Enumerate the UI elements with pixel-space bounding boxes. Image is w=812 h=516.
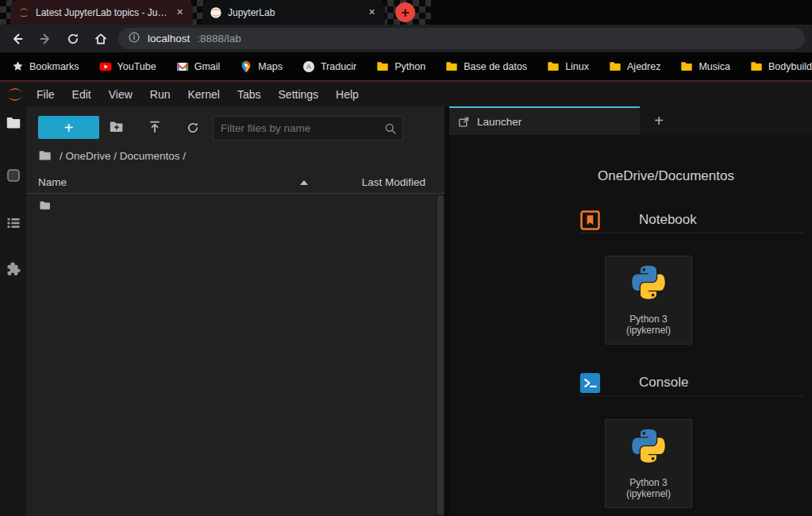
file-browser-panel: + / OneDrive / Documentos / — [26, 106, 444, 516]
url-path: :8888/lab — [197, 33, 241, 44]
sort-ascending-icon[interactable] — [300, 180, 308, 185]
folder-icon — [445, 60, 458, 73]
address-bar[interactable]: localhost:8888/lab — [118, 28, 805, 49]
url-host: localhost — [148, 33, 190, 44]
launcher-section-notebook: Notebook — [579, 207, 804, 233]
menu-help[interactable]: Help — [327, 88, 368, 101]
folder-icon — [376, 60, 389, 73]
left-activity-bar — [0, 106, 26, 516]
menu-settings[interactable]: Settings — [270, 88, 328, 101]
kernel-name: Python 3 — [629, 314, 667, 325]
kernel-subtitle: (ipykernel) — [626, 325, 671, 336]
launcher-card-console-python3[interactable]: Python 3 (ipykernel) — [605, 419, 692, 508]
upload-button[interactable] — [146, 118, 164, 136]
python-logo — [628, 265, 669, 306]
folder-icon — [609, 60, 622, 73]
back-button[interactable] — [7, 29, 28, 49]
new-tab-button[interactable]: + — [395, 2, 415, 22]
tab-title: Latest JupyterLab topics - Jupyter — [36, 7, 168, 18]
running-sessions-icon[interactable] — [5, 167, 22, 184]
bookmark-maps[interactable]: Maps — [240, 60, 283, 73]
browser-toolbar: localhost:8888/lab — [0, 25, 812, 52]
extension-manager-icon[interactable] — [5, 260, 22, 278]
breadcrumb[interactable]: / OneDrive / Documentos / — [38, 148, 186, 163]
menu-tabs[interactable]: Tabs — [229, 88, 270, 101]
bookmark-linux[interactable]: Linux — [547, 60, 589, 73]
bookmark-bodybuilding[interactable]: Bodybuilding — [750, 60, 812, 73]
close-tab-icon[interactable]: ✕ — [366, 7, 378, 17]
section-label: Notebook — [639, 212, 697, 228]
bookmark-gmail[interactable]: Gmail — [176, 60, 221, 73]
browser-window: Latest JupyterLab topics - Jupyter ✕ Jup… — [0, 0, 812, 516]
kernel-subtitle: (ipykernel) — [626, 488, 671, 499]
add-tab-button[interactable]: + — [650, 113, 668, 129]
gmail-icon — [176, 60, 189, 73]
close-tab-icon[interactable]: ✕ — [174, 7, 186, 17]
plus-icon: + — [401, 6, 410, 20]
menu-view[interactable]: View — [100, 88, 141, 101]
launcher-section-console: Console — [579, 370, 804, 396]
jupyter-logo-icon — [5, 85, 25, 104]
section-label: Console — [639, 375, 688, 391]
reload-button[interactable] — [63, 29, 83, 49]
bookmark-youtube[interactable]: YouTube — [99, 60, 156, 73]
menu-file[interactable]: File — [28, 88, 63, 101]
home-button[interactable] — [90, 29, 111, 49]
folder-icon — [750, 60, 763, 73]
bookmark-python[interactable]: Python — [376, 60, 425, 73]
file-browser-tab-icon[interactable] — [5, 114, 22, 132]
jupyterlab-menu-bar: File Edit View Run Kernel Tabs Settings … — [0, 82, 812, 106]
main-dock-panel: Launcher + OneDrive/Documentos Notebook — [449, 106, 812, 516]
plus-icon: + — [654, 112, 664, 129]
python-logo — [628, 429, 669, 470]
search-icon — [384, 122, 397, 138]
star-icon — [12, 60, 24, 72]
bookmark-musica[interactable]: Musica — [680, 60, 730, 73]
translate-icon: A — [302, 60, 315, 73]
column-name[interactable]: Name — [38, 176, 67, 188]
file-row-folder[interactable] — [39, 198, 432, 214]
launcher-card-notebook-python3[interactable]: Python 3 (ipykernel) — [605, 256, 692, 345]
browser-tab-jupyterlab[interactable]: JupyterLab ✕ — [202, 0, 385, 25]
bookmark-base-de-datos[interactable]: Base de datos — [445, 60, 527, 73]
table-of-contents-icon[interactable] — [5, 214, 22, 232]
folder-icon — [680, 60, 693, 73]
menu-kernel[interactable]: Kernel — [179, 88, 228, 101]
tab-launcher[interactable]: Launcher — [449, 106, 640, 135]
column-last-modified[interactable]: Last Modified — [362, 176, 425, 188]
menu-edit[interactable]: Edit — [63, 88, 100, 101]
bookmarks-bar: Bookmarks YouTube Gmail Maps A Traducir … — [0, 52, 812, 80]
folder-icon — [39, 199, 52, 212]
file-browser-scrollbar[interactable] — [437, 194, 444, 516]
forward-button[interactable] — [35, 29, 56, 49]
file-list-header: Name Last Modified — [26, 172, 444, 194]
refresh-button[interactable] — [184, 119, 202, 137]
jupyter-favicon — [210, 6, 222, 19]
site-info-icon[interactable] — [128, 31, 140, 46]
kernel-name: Python 3 — [629, 477, 667, 488]
launcher-cwd-heading: OneDrive/Documentos — [598, 168, 734, 184]
new-launcher-button[interactable]: + — [38, 116, 99, 139]
filter-files-input[interactable] — [214, 117, 402, 140]
menu-run[interactable]: Run — [141, 88, 179, 101]
filter-files-box — [213, 116, 403, 141]
launcher-icon — [458, 116, 470, 128]
jupyter-favicon — [17, 6, 30, 19]
tab-label: Launcher — [477, 116, 521, 128]
bookmark-ajedrez[interactable]: Ajedrez — [609, 60, 660, 73]
document-tab-bar: Launcher + — [449, 106, 812, 135]
new-folder-button[interactable] — [108, 118, 125, 136]
browser-tab-forum[interactable]: Latest JupyterLab topics - Jupyter ✕ — [10, 0, 193, 25]
jupyterlab-workspace: + / OneDrive / Documentos / — [0, 106, 812, 516]
bookmarks-manager[interactable]: Bookmarks — [12, 60, 79, 72]
launcher-body: OneDrive/Documentos Notebook Python 3 (i… — [449, 135, 812, 516]
home-folder-icon — [38, 148, 52, 163]
bookmark-traducir[interactable]: A Traducir — [302, 60, 356, 73]
plus-icon: + — [64, 119, 74, 137]
youtube-icon — [99, 60, 112, 73]
svg-text:A: A — [306, 63, 311, 71]
scrollbar-thumb[interactable] — [437, 195, 444, 515]
console-icon — [579, 372, 601, 394]
breadcrumb-path: / OneDrive / Documentos / — [60, 150, 186, 162]
notebook-icon — [579, 210, 601, 231]
